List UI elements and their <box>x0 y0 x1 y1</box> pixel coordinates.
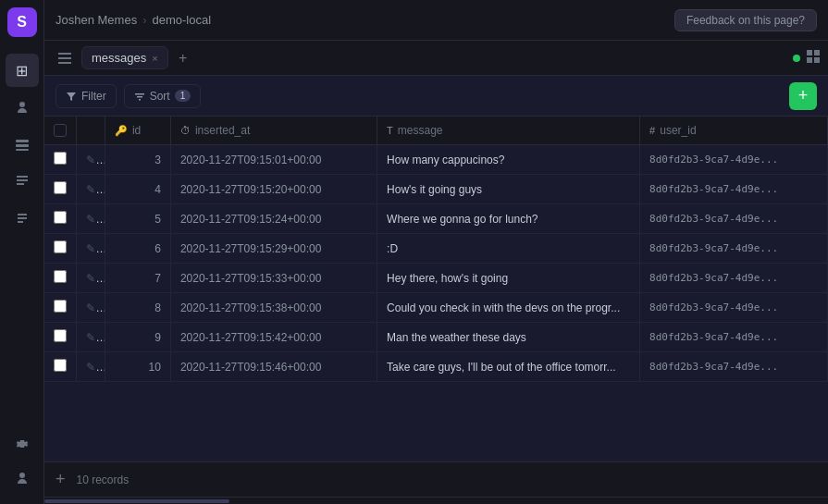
row-edit-cell: ✎ <box>77 323 105 352</box>
th-user-id-label: user_id <box>660 124 696 137</box>
app-logo[interactable]: S <box>7 7 37 37</box>
view-toggle-icon[interactable] <box>806 49 821 67</box>
table-row: ✎ 10 2020-11-27T09:15:46+00:00 Take care… <box>44 352 828 382</box>
row-edit-icon-5[interactable]: ✎ <box>86 213 105 226</box>
row-checkbox-cell <box>44 204 77 234</box>
row-edit-icon-8[interactable]: ✎ <box>86 301 105 314</box>
table-header-row: 🔑 id ⏱ inserted_at T message <box>44 117 828 145</box>
th-edit <box>77 117 105 145</box>
row-message-6: :D <box>377 234 640 264</box>
toolbar: Filter Sort 1 + <box>44 76 828 117</box>
th-message[interactable]: T message <box>377 117 640 145</box>
table-row: ✎ 8 2020-11-27T09:15:38+00:00 Could you … <box>44 293 828 323</box>
row-edit-cell: ✎ <box>77 204 105 234</box>
row-message-3: How many cappucinos? <box>377 145 640 175</box>
breadcrumb: Joshen Memes › demo-local <box>56 13 211 27</box>
row-edit-cell: ✎ <box>77 145 105 175</box>
breadcrumb-project[interactable]: Joshen Memes <box>56 13 137 27</box>
th-inserted-at[interactable]: ⏱ inserted_at <box>170 117 377 145</box>
svg-rect-0 <box>16 140 29 142</box>
row-edit-icon-6[interactable]: ✎ <box>86 242 105 255</box>
row-edit-icon-7[interactable]: ✎ <box>86 272 105 285</box>
row-userid-7: 8d0fd2b3-9ca7-4d9e... <box>640 264 828 293</box>
scrollbar-thumb[interactable] <box>44 499 229 503</box>
sidebar-toggle-button[interactable] <box>52 45 78 71</box>
row-id-7: 7 <box>105 264 170 293</box>
row-message-10: Take care guys, I'll be out of the offic… <box>377 352 640 382</box>
svg-rect-2 <box>16 149 29 151</box>
row-checkbox-5[interactable] <box>54 211 67 224</box>
th-message-label: message <box>398 124 443 137</box>
row-edit-cell: ✎ <box>77 175 105 204</box>
row-inserted-6: 2020-11-27T09:15:29+00:00 <box>170 234 377 264</box>
filter-button[interactable]: Filter <box>56 84 117 108</box>
row-message-4: How's it going guys <box>377 175 640 204</box>
row-checkbox-10[interactable] <box>54 359 67 372</box>
row-checkbox-cell <box>44 175 77 204</box>
svg-rect-9 <box>814 57 820 63</box>
row-inserted-8: 2020-11-27T09:15:38+00:00 <box>170 293 377 323</box>
svg-rect-7 <box>814 50 820 55</box>
th-checkbox <box>44 117 77 145</box>
th-user-id[interactable]: # user_id <box>640 117 828 145</box>
tabbar: messages × + <box>44 41 828 76</box>
header-checkbox[interactable] <box>54 124 67 137</box>
sidebar-icon-auth[interactable] <box>6 91 39 124</box>
row-checkbox-cell <box>44 293 77 323</box>
filter-icon <box>66 91 77 102</box>
sort-badge: 1 <box>175 90 192 102</box>
th-id[interactable]: 🔑 id <box>105 117 170 145</box>
row-id-9: 9 <box>105 323 170 352</box>
row-userid-10: 8d0fd2b3-9ca7-4d9e... <box>640 352 828 382</box>
messages-tab[interactable]: messages × <box>81 46 168 69</box>
row-edit-icon-3[interactable]: ✎ <box>86 154 105 166</box>
svg-rect-3 <box>58 53 71 55</box>
row-edit-cell: ✎ <box>77 293 105 323</box>
sort-button[interactable]: Sort 1 <box>124 84 202 108</box>
breadcrumb-sep: › <box>142 13 146 27</box>
svg-rect-6 <box>807 50 812 55</box>
id-col-icon: 🔑 <box>115 125 128 137</box>
tab-close-button[interactable]: × <box>152 53 157 64</box>
add-row-footer-button[interactable]: + <box>56 470 66 489</box>
row-checkbox-4[interactable] <box>54 181 67 194</box>
main-content: Joshen Memes › demo-local Feedback on th… <box>44 0 828 504</box>
svg-rect-5 <box>58 62 71 64</box>
row-checkbox-6[interactable] <box>54 240 67 253</box>
th-id-label: id <box>132 124 141 137</box>
feedback-button[interactable]: Feedback on this page? <box>674 9 817 31</box>
sidebar-icon-functions[interactable] <box>6 202 39 235</box>
row-inserted-10: 2020-11-27T09:15:46+00:00 <box>170 352 377 382</box>
row-id-3: 3 <box>105 145 170 175</box>
row-checkbox-cell <box>44 234 77 264</box>
scrollbar-container <box>44 497 828 504</box>
row-inserted-7: 2020-11-27T09:15:33+00:00 <box>170 264 377 293</box>
table-row: ✎ 7 2020-11-27T09:15:33+00:00 Hey there,… <box>44 264 828 293</box>
tab-icons <box>793 49 821 67</box>
row-checkbox-9[interactable] <box>54 329 67 342</box>
sidebar-icon-logs[interactable] <box>6 165 39 198</box>
row-edit-icon-10[interactable]: ✎ <box>86 361 105 374</box>
row-checkbox-cell <box>44 145 77 175</box>
row-id-8: 8 <box>105 293 170 323</box>
sidebar-icon-storage[interactable] <box>6 128 39 161</box>
row-edit-icon-9[interactable]: ✎ <box>86 331 105 344</box>
add-row-button[interactable]: + <box>789 82 817 110</box>
new-tab-button[interactable]: + <box>172 47 194 69</box>
sidebar-icon-settings[interactable] <box>6 426 39 460</box>
row-checkbox-8[interactable] <box>54 300 67 313</box>
message-col-icon: T <box>387 125 393 136</box>
sidebar-icon-user[interactable] <box>6 461 39 495</box>
sidebar-icon-table[interactable]: ⊞ <box>6 54 39 87</box>
row-id-10: 10 <box>105 352 170 382</box>
svg-rect-4 <box>58 57 71 59</box>
row-edit-cell: ✎ <box>77 234 105 264</box>
breadcrumb-env[interactable]: demo-local <box>153 13 212 27</box>
row-message-7: Hey there, how's it going <box>377 264 640 293</box>
row-checkbox-cell <box>44 352 77 382</box>
user-id-col-icon: # <box>649 125 655 136</box>
inserted-at-col-icon: ⏱ <box>180 125 191 136</box>
row-checkbox-7[interactable] <box>54 270 67 283</box>
row-edit-icon-4[interactable]: ✎ <box>86 183 105 196</box>
row-checkbox-3[interactable] <box>54 152 67 165</box>
